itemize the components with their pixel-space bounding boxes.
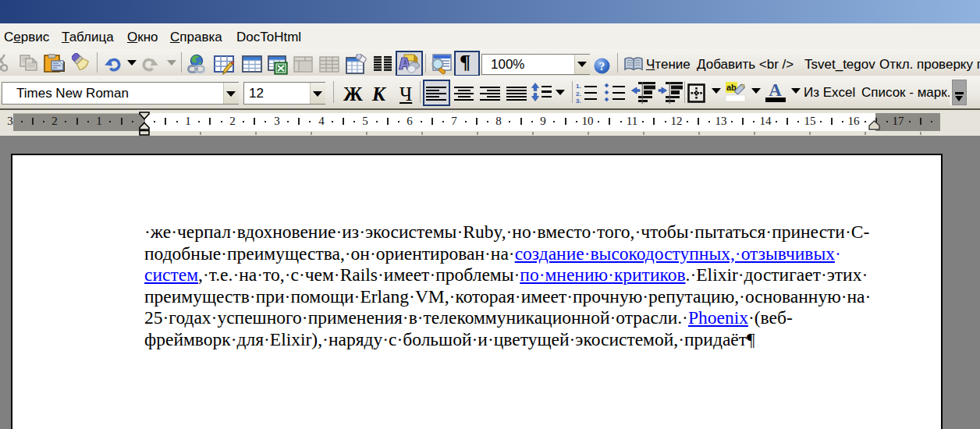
svg-text:1.: 1. [576,83,581,90]
svg-text:?: ? [599,60,605,73]
svg-text:2.: 2. [576,90,581,98]
svg-text:3.: 3. [576,98,581,105]
